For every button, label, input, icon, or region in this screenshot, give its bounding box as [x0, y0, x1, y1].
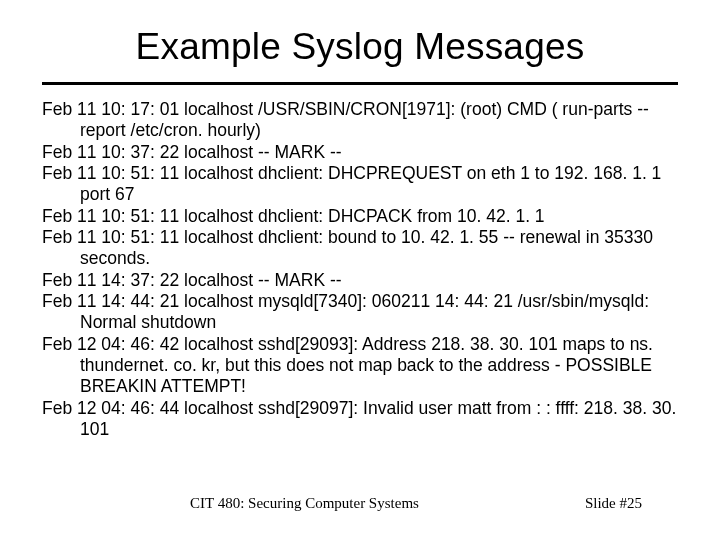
footer: CIT 480: Securing Computer Systems Slide… [0, 495, 720, 512]
log-entry: Feb 12 04: 46: 42 localhost sshd[29093]:… [42, 334, 678, 398]
log-entry: Feb 11 10: 17: 01 localhost /USR/SBIN/CR… [42, 99, 678, 142]
slide: Example Syslog Messages Feb 11 10: 17: 0… [0, 0, 720, 540]
footer-slide-number: Slide #25 [585, 495, 660, 512]
log-entry: Feb 11 14: 44: 21 localhost mysqld[7340]… [42, 291, 678, 334]
log-entry: Feb 11 10: 51: 11 localhost dhclient: DH… [42, 163, 678, 206]
log-entry: Feb 11 10: 51: 11 localhost dhclient: bo… [42, 227, 678, 270]
log-entry: Feb 11 10: 51: 11 localhost dhclient: DH… [42, 206, 678, 227]
page-title: Example Syslog Messages [42, 18, 678, 82]
log-entry: Feb 12 04: 46: 44 localhost sshd[29097]:… [42, 398, 678, 441]
log-body: Feb 11 10: 17: 01 localhost /USR/SBIN/CR… [42, 99, 678, 441]
log-entry: Feb 11 14: 37: 22 localhost -- MARK -- [42, 270, 678, 291]
footer-course: CIT 480: Securing Computer Systems [0, 495, 419, 512]
log-entry: Feb 11 10: 37: 22 localhost -- MARK -- [42, 142, 678, 163]
title-rule [42, 82, 678, 85]
